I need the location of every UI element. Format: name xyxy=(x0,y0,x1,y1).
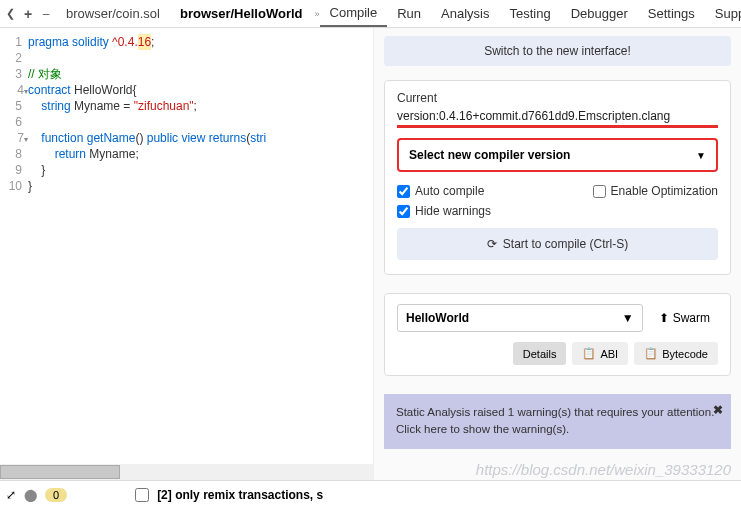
menu-item-settings[interactable]: Settings xyxy=(638,0,705,27)
current-version: version:0.4.16+commit.d7661dd9.Emscripte… xyxy=(397,109,718,123)
details-button[interactable]: Details xyxy=(513,342,567,365)
top-bar: ❮ + – browser/coin.solbrowser/HelloWorld… xyxy=(0,0,741,28)
warning-line-1: Static Analysis raised 1 warning(s) that… xyxy=(396,404,719,421)
abi-button[interactable]: 📋ABI xyxy=(572,342,628,365)
bottom-checkbox[interactable] xyxy=(135,488,149,502)
contract-section: HelloWorld ▼ ⬆ Swarm Details 📋ABI 📋Bytec… xyxy=(384,293,731,376)
minus-icon[interactable]: – xyxy=(40,8,52,20)
menu-item-debugger[interactable]: Debugger xyxy=(561,0,638,27)
file-tab[interactable]: browser/HelloWorld xyxy=(170,2,313,25)
dropdown-triangle-icon: ▼ xyxy=(696,150,706,161)
swarm-button[interactable]: ⬆ Swarm xyxy=(651,305,718,331)
dropdown-triangle-icon: ▼ xyxy=(622,311,634,325)
menu-item-testing[interactable]: Testing xyxy=(499,0,560,27)
enable-optimization-label: Enable Optimization xyxy=(611,184,718,198)
scrollbar-thumb[interactable] xyxy=(0,465,120,479)
bytecode-button[interactable]: 📋Bytecode xyxy=(634,342,718,365)
hide-warnings-input[interactable] xyxy=(397,205,410,218)
compile-button[interactable]: ⟳ Start to compile (Ctrl-S) xyxy=(397,228,718,260)
auto-compile-checkbox[interactable]: Auto compile xyxy=(397,184,484,198)
warning-count-pill[interactable]: 0 xyxy=(45,488,67,502)
compiler-select-label: Select new compiler version xyxy=(409,148,570,162)
details-label: Details xyxy=(523,348,557,360)
left-controls: ❮ + – xyxy=(0,8,56,20)
bytecode-label: Bytecode xyxy=(662,348,708,360)
line-gutter: 1234▾567▾8910 xyxy=(0,28,28,464)
compiler-select[interactable]: Select new compiler version ▼ xyxy=(397,138,718,172)
refresh-icon: ⟳ xyxy=(487,237,497,251)
static-analysis-warning[interactable]: ✖ Static Analysis raised 1 warning(s) th… xyxy=(384,394,731,449)
bottom-message: [2] only remix transactions, s xyxy=(157,488,323,502)
file-tab[interactable]: browser/coin.sol xyxy=(56,2,170,25)
expand-icon[interactable]: ⤢ xyxy=(6,488,16,502)
enable-optimization-input[interactable] xyxy=(593,185,606,198)
code-area[interactable]: 1234▾567▾8910 pragma solidity ^0.4.16;//… xyxy=(0,28,373,464)
contract-select[interactable]: HelloWorld ▼ xyxy=(397,304,643,332)
bug-icon[interactable]: ⬤ xyxy=(24,488,37,502)
enable-optimization-checkbox[interactable]: Enable Optimization xyxy=(593,184,718,198)
compile-panel: Switch to the new interface! Current ver… xyxy=(373,28,741,480)
menu-item-analysis[interactable]: Analysis xyxy=(431,0,499,27)
hide-warnings-label: Hide warnings xyxy=(415,204,491,218)
red-underline xyxy=(397,125,718,128)
main-menu: CompileRunAnalysisTestingDebuggerSetting… xyxy=(320,0,741,27)
plus-icon[interactable]: + xyxy=(22,8,34,20)
menu-item-compile[interactable]: Compile xyxy=(320,0,388,27)
menu-item-run[interactable]: Run xyxy=(387,0,431,27)
warning-line-2: Click here to show the warning(s). xyxy=(396,421,719,438)
hide-warnings-checkbox[interactable]: Hide warnings xyxy=(397,204,491,218)
current-label: Current xyxy=(397,91,718,105)
switch-interface-banner[interactable]: Switch to the new interface! xyxy=(384,36,731,66)
upload-icon: ⬆ xyxy=(659,311,669,325)
abi-label: ABI xyxy=(600,348,618,360)
clipboard-icon: 📋 xyxy=(644,347,658,360)
code-content[interactable]: pragma solidity ^0.4.16;// 对象contract He… xyxy=(28,28,373,464)
horizontal-scrollbar[interactable] xyxy=(0,464,373,480)
file-tabs: browser/coin.solbrowser/HelloWorld xyxy=(56,0,313,27)
chevron-left-icon[interactable]: ❮ xyxy=(4,8,16,20)
clipboard-icon: 📋 xyxy=(582,347,596,360)
main-area: 1234▾567▾8910 pragma solidity ^0.4.16;//… xyxy=(0,28,741,480)
bottom-bar: ⤢ ⬤ 0 [2] only remix transactions, s xyxy=(0,480,741,508)
auto-compile-input[interactable] xyxy=(397,185,410,198)
close-icon[interactable]: ✖ xyxy=(713,402,723,419)
swarm-label: Swarm xyxy=(673,311,710,325)
code-editor: 1234▾567▾8910 pragma solidity ^0.4.16;//… xyxy=(0,28,373,480)
auto-compile-label: Auto compile xyxy=(415,184,484,198)
compiler-section: Current version:0.4.16+commit.d7661dd9.E… xyxy=(384,80,731,275)
contract-select-label: HelloWorld xyxy=(406,311,469,325)
menu-item-supp[interactable]: Supp xyxy=(705,0,741,27)
compile-button-label: Start to compile (Ctrl-S) xyxy=(503,237,628,251)
